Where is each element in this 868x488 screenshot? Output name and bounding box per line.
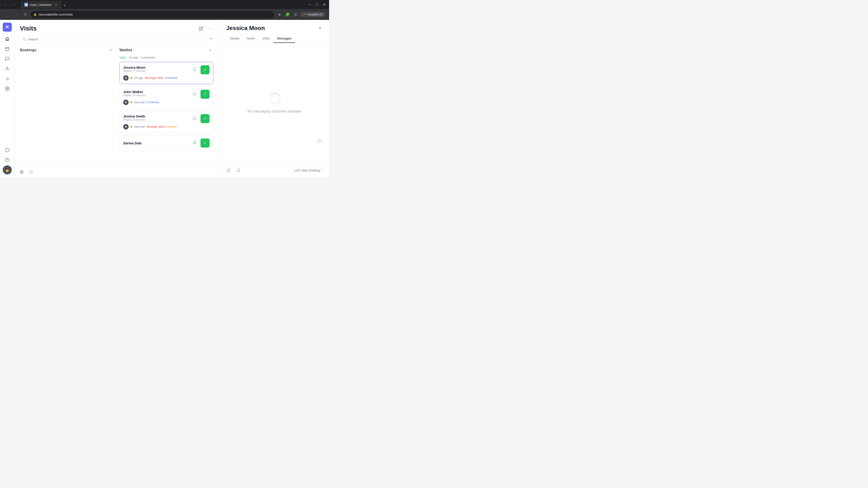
edit-button[interactable]: [197, 24, 205, 33]
back-button[interactable]: ←: [2, 1, 9, 8]
bookings-add-button[interactable]: +: [107, 47, 114, 53]
search-input[interactable]: [28, 37, 202, 41]
tab-label: Visits | Waitwhile: [30, 3, 52, 6]
meta-dot-john: [130, 101, 132, 103]
more-options-button[interactable]: ···: [207, 24, 215, 33]
meta-avatar-jemina: M: [123, 124, 129, 129]
tab-details[interactable]: Details: [226, 34, 243, 43]
forward-nav-button[interactable]: →: [13, 11, 20, 18]
loading-spinner: [270, 93, 281, 104]
sidebar-item-settings[interactable]: [3, 84, 12, 93]
sidebar-item-calendar[interactable]: [3, 44, 12, 53]
svg-line-15: [25, 40, 26, 41]
sidebar-avatar[interactable]: M: [3, 23, 12, 32]
sidebar-item-flash[interactable]: [3, 145, 12, 155]
right-panel-header: Jessica Moon ×: [221, 20, 329, 32]
bell-button-sarina[interactable]: [191, 138, 199, 147]
visit-card-top-sarina: Sarina Dale ✓: [123, 138, 210, 148]
visit-name-jessica: Jessica Moon: [123, 66, 146, 69]
tab-visits[interactable]: Visits: [258, 34, 273, 43]
sidebar-item-messages[interactable]: [3, 54, 12, 63]
footer-channel-select[interactable]: Let's start chatting ˅: [291, 167, 326, 174]
page-title: Visits: [20, 25, 37, 32]
sidebar-item-help[interactable]: [3, 156, 12, 164]
visit-card-top-jemina: Jemina Smith Waited 28 minutes ✓: [123, 114, 210, 123]
svg-point-8: [6, 88, 8, 89]
browser-titlebar: ← → W Visits | Waitwhile ✕ + – □ ✕: [0, 0, 329, 9]
footer-bookmark-button[interactable]: [235, 166, 243, 174]
bell-button-john[interactable]: [191, 90, 199, 98]
visit-card-sarina-dale[interactable]: Sarina Dale ✓: [119, 135, 213, 152]
footer-select-label: Let's start chatting: [294, 168, 320, 172]
bookmark-button[interactable]: ★: [276, 11, 283, 18]
no-messaging-text: No messaging channels available.: [248, 109, 303, 113]
maximize-button[interactable]: □: [314, 1, 320, 8]
waitlist-open-status: Open: [119, 56, 126, 59]
sidebar-button[interactable]: ☰: [292, 11, 299, 18]
right-panel-tabs: Details Notes Visits Messages: [221, 34, 329, 43]
meta-time-jessica: 1m ago: [134, 76, 143, 79]
visit-card-jemina-smith[interactable]: Jemina Smith Waited 28 minutes ✓: [119, 111, 213, 133]
meta-tag-jemina: Message failed: [147, 125, 165, 129]
minimize-button[interactable]: –: [307, 1, 313, 8]
meta-avatar-john: M: [123, 100, 129, 105]
meta-time-jemina: Just now: [134, 125, 145, 128]
forward-button[interactable]: →: [10, 1, 17, 8]
footer-bookmark-icon: [237, 168, 241, 172]
bookmark-visit-button[interactable]: [27, 168, 35, 176]
close-window-button[interactable]: ✕: [321, 1, 327, 8]
waitlist-add-button[interactable]: +: [207, 47, 213, 53]
bookings-chevron-icon: ›: [38, 48, 39, 52]
check-button-john[interactable]: ✓: [200, 90, 210, 99]
columns-container: Bookings › + Waitlist › + Open ·: [14, 46, 221, 166]
search-input-wrap[interactable]: [20, 35, 204, 43]
new-tab-button[interactable]: +: [61, 2, 68, 8]
check-button-jemina[interactable]: ✓: [200, 114, 210, 123]
lock-icon: 🔒: [33, 13, 37, 16]
bookings-column-header: Bookings › +: [20, 46, 114, 53]
filter-button[interactable]: [207, 35, 215, 43]
user-avatar[interactable]: 🧑: [3, 165, 12, 174]
message-action-button[interactable]: [315, 137, 324, 145]
bookings-column: Bookings › +: [20, 46, 119, 166]
meta-tag-john: Confirmed: [147, 100, 159, 104]
meta-extra-tag-jessica: Prioritized: [165, 76, 177, 80]
bookmark-icon: [29, 170, 33, 174]
waitlist-title[interactable]: Waitlist ›: [119, 48, 134, 52]
header-actions: ···: [197, 24, 215, 33]
active-tab[interactable]: W Visits | Waitwhile ✕: [21, 1, 61, 8]
sidebar-item-people[interactable]: [3, 64, 12, 73]
right-panel-title: Jessica Moon: [226, 25, 265, 32]
bottom-bar: [14, 166, 221, 177]
check-button-jessica[interactable]: ✓: [200, 65, 210, 74]
check-button-sarina[interactable]: ✓: [200, 138, 210, 148]
visit-card-jessica-moon[interactable]: Jessica Moon Waited 27 minutes ✓: [119, 62, 213, 84]
visit-card-john-walker[interactable]: John Walker Waited 29 minutes ✓: [119, 86, 213, 108]
incognito-indicator[interactable]: 🥷 Incognito (2): [300, 12, 326, 17]
extensions-button[interactable]: 🧩: [284, 11, 291, 18]
svg-point-14: [23, 38, 26, 40]
add-visit-button[interactable]: [20, 170, 24, 174]
meta-dot-jessica: [130, 77, 132, 79]
url-text: new.waitwhile.com/visits: [39, 13, 73, 16]
visit-card-actions-john: ✓: [191, 90, 210, 99]
sidebar-item-analytics[interactable]: [3, 74, 12, 83]
tab-close-button[interactable]: ✕: [54, 3, 58, 6]
visit-waited-john: Waited 29 minutes: [123, 94, 146, 97]
tab-notes[interactable]: Notes: [243, 34, 259, 43]
footer-add-icon: [226, 168, 230, 172]
sidebar-item-home[interactable]: [3, 34, 12, 43]
tab-messages[interactable]: Messages: [274, 34, 295, 43]
visit-name-john: John Walker: [123, 90, 146, 94]
back-nav-button[interactable]: ←: [4, 11, 11, 18]
address-bar[interactable]: 🔒 new.waitwhile.com/visits: [31, 11, 274, 18]
bell-button-jemina[interactable]: [191, 114, 199, 122]
meta-time-john: Just now: [134, 101, 145, 104]
meta-extra-tag-jemina: Delayed: [166, 125, 177, 129]
footer-add-button[interactable]: [224, 166, 232, 174]
right-panel-close-button[interactable]: ×: [316, 24, 324, 32]
bookings-title[interactable]: Bookings ›: [20, 48, 39, 52]
visit-waited-jessica: Waited 27 minutes: [123, 69, 146, 72]
reload-button[interactable]: ↻: [22, 11, 29, 18]
bell-button-jessica[interactable]: [191, 65, 199, 73]
